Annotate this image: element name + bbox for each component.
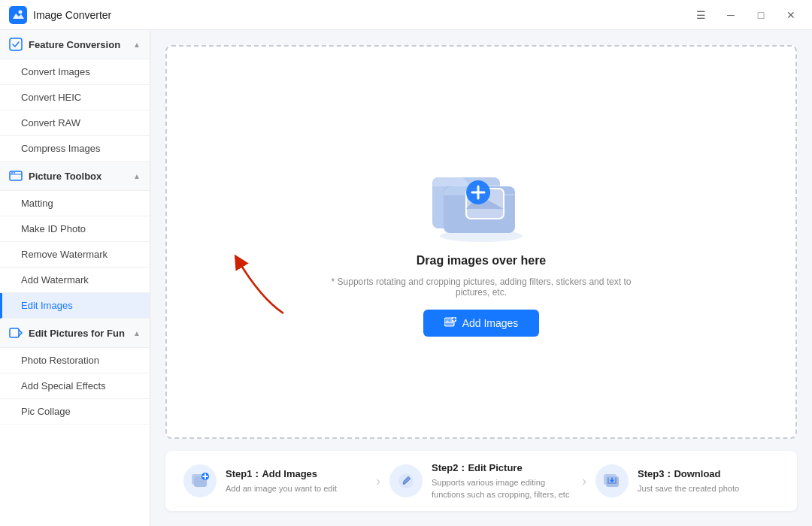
app-title: Image Converter	[33, 9, 111, 21]
menu-button[interactable]: ☰	[689, 6, 713, 24]
sidebar: Feature Conversion ▲ Convert Images Conv…	[0, 30, 150, 526]
drop-zone-subtitle: * Supports rotating and cropping picture…	[331, 277, 632, 298]
step-1-desc: Add an image you want to edit	[226, 483, 367, 494]
svg-point-5	[14, 172, 15, 174]
svg-point-1	[19, 10, 23, 14]
step-2: Step2：Edit Picture Supports various imag…	[389, 461, 573, 500]
add-images-button[interactable]: Add Images	[423, 310, 540, 337]
sidebar-item-convert-heic[interactable]: Convert HEIC	[0, 85, 150, 110]
step-1: Step1：Add Images Add an image you want t…	[183, 464, 367, 497]
title-bar: Image Converter ☰ ─ □ ✕	[0, 0, 812, 30]
step-2-title: Step2：Edit Picture	[432, 461, 573, 475]
sidebar-item-pic-collage[interactable]: Pic Collage	[0, 399, 150, 425]
arrow-annotation	[216, 246, 306, 321]
edit-pictures-for-fun-chevron: ▲	[133, 329, 141, 337]
svg-rect-6	[10, 328, 19, 337]
folder-illustration	[421, 147, 541, 245]
step-3-icon	[595, 464, 629, 497]
step-3-download-icon	[602, 471, 622, 491]
picture-toolbox-icon	[9, 169, 23, 183]
add-images-icon	[444, 317, 456, 329]
step-2-desc: Supports various image editing functions…	[432, 477, 573, 500]
step-1-add-icon	[190, 471, 210, 491]
sidebar-group-picture-toolbox[interactable]: Picture Toolbox ▲	[0, 162, 150, 191]
sidebar-item-matting[interactable]: Matting	[0, 191, 150, 216]
main-content: Drag images over here * Supports rotatin…	[150, 30, 812, 526]
step-arrow-1: ›	[367, 473, 389, 489]
picture-toolbox-chevron: ▲	[133, 172, 141, 180]
sidebar-group-feature-conversion[interactable]: Feature Conversion ▲	[0, 30, 150, 59]
close-button[interactable]: ✕	[779, 6, 803, 24]
svg-point-4	[11, 172, 13, 174]
feature-conversion-label: Feature Conversion	[29, 39, 120, 50]
drop-zone-title: Drag images over here	[417, 254, 547, 268]
sidebar-item-add-watermark[interactable]: Add Watermark	[0, 268, 150, 293]
step-arrow-2: ›	[573, 473, 595, 489]
sidebar-item-photo-restoration[interactable]: Photo Restoration	[0, 348, 150, 373]
steps-bar: Step1：Add Images Add an image you want t…	[165, 451, 797, 511]
step-3: Step3：Download Just save the created pho…	[595, 464, 779, 497]
sidebar-item-add-special-effects[interactable]: Add Special Effects	[0, 373, 150, 399]
sidebar-item-convert-raw[interactable]: Convert RAW	[0, 110, 150, 136]
step-2-edit-icon	[396, 471, 416, 491]
sidebar-item-make-id-photo[interactable]: Make ID Photo	[0, 216, 150, 242]
edit-pictures-for-fun-icon	[9, 326, 23, 340]
edit-pictures-for-fun-label: Edit Pictures for Fun	[29, 328, 125, 339]
sidebar-item-convert-images[interactable]: Convert Images	[0, 59, 150, 85]
sidebar-item-compress-images[interactable]: Compress Images	[0, 136, 150, 162]
feature-conversion-icon	[9, 38, 23, 51]
step-1-icon	[183, 464, 217, 497]
sidebar-item-edit-images[interactable]: Edit Images	[0, 293, 150, 319]
sidebar-item-remove-watermark[interactable]: Remove Watermark	[0, 242, 150, 268]
feature-conversion-chevron: ▲	[133, 41, 141, 49]
minimize-button[interactable]: ─	[719, 6, 743, 24]
app-icon	[9, 6, 27, 24]
svg-rect-0	[9, 6, 27, 24]
maximize-button[interactable]: □	[749, 6, 773, 24]
step-3-title: Step3：Download	[638, 467, 779, 481]
picture-toolbox-label: Picture Toolbox	[29, 171, 102, 182]
svg-rect-2	[10, 38, 22, 50]
step-3-desc: Just save the created photo	[638, 483, 779, 494]
drop-zone[interactable]: Drag images over here * Supports rotatin…	[165, 45, 797, 439]
step-1-title: Step1：Add Images	[226, 467, 367, 481]
step-2-icon	[389, 464, 423, 497]
sidebar-group-edit-pictures-for-fun[interactable]: Edit Pictures for Fun ▲	[0, 319, 150, 348]
